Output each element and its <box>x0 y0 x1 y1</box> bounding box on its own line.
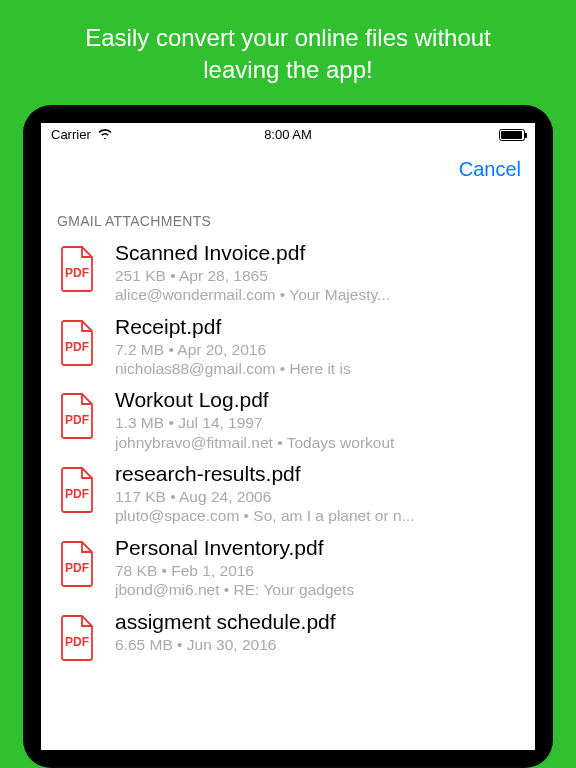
svg-text:PDF: PDF <box>65 340 89 354</box>
pdf-icon: PDF <box>55 610 101 662</box>
attachment-list: PDFScanned Invoice.pdf251 KB • Apr 28, 1… <box>41 235 535 750</box>
attachment-meta: 6.65 MB • Jun 30, 2016 <box>115 635 521 654</box>
pdf-icon: PDF <box>55 315 101 367</box>
svg-text:PDF: PDF <box>65 561 89 575</box>
list-item[interactable]: PDFScanned Invoice.pdf251 KB • Apr 28, 1… <box>41 235 535 309</box>
nav-bar: Cancel <box>41 147 535 193</box>
list-item[interactable]: PDFPersonal Inventory.pdf78 KB • Feb 1, … <box>41 530 535 604</box>
attachment-meta: 1.3 MB • Jul 14, 1997 <box>115 413 521 432</box>
status-bar: Carrier 8:00 AM <box>41 123 535 147</box>
attachment-title: Personal Inventory.pdf <box>115 536 521 560</box>
status-time: 8:00 AM <box>41 127 535 142</box>
attachment-title: Receipt.pdf <box>115 315 521 339</box>
list-item[interactable]: PDFWorkout Log.pdf1.3 MB • Jul 14, 1997j… <box>41 382 535 456</box>
svg-text:PDF: PDF <box>65 266 89 280</box>
device-screen: Carrier 8:00 AM Cancel GMAIL ATTACHMENTS… <box>41 123 535 750</box>
attachment-source: nicholas88@gmail.com • Here it is <box>115 359 521 378</box>
list-item[interactable]: PDFReceipt.pdf7.2 MB • Apr 20, 2016nicho… <box>41 309 535 383</box>
list-item[interactable]: PDFassigment schedule.pdf6.65 MB • Jun 3… <box>41 604 535 666</box>
pdf-icon: PDF <box>55 462 101 514</box>
battery-icon <box>499 129 525 141</box>
attachment-meta: 117 KB • Aug 24, 2006 <box>115 487 521 506</box>
attachment-title: Scanned Invoice.pdf <box>115 241 521 265</box>
list-item[interactable]: PDFresearch-results.pdf117 KB • Aug 24, … <box>41 456 535 530</box>
attachment-title: Workout Log.pdf <box>115 388 521 412</box>
svg-text:PDF: PDF <box>65 413 89 427</box>
svg-text:PDF: PDF <box>65 635 89 649</box>
attachment-title: assigment schedule.pdf <box>115 610 521 634</box>
attachment-source: johnybravo@fitmail.net • Todays workout <box>115 433 521 452</box>
attachment-meta: 78 KB • Feb 1, 2016 <box>115 561 521 580</box>
cancel-button[interactable]: Cancel <box>459 158 521 181</box>
pdf-icon: PDF <box>55 388 101 440</box>
device-frame: Carrier 8:00 AM Cancel GMAIL ATTACHMENTS… <box>23 105 553 768</box>
promo-headline: Easily convert your online files without… <box>45 0 531 105</box>
attachment-meta: 7.2 MB • Apr 20, 2016 <box>115 340 521 359</box>
attachment-source: pluto@space.com • So, am I a planet or n… <box>115 506 521 525</box>
attachment-source: jbond@mi6.net • RE: Your gadgets <box>115 580 521 599</box>
pdf-icon: PDF <box>55 536 101 588</box>
svg-text:PDF: PDF <box>65 487 89 501</box>
attachment-source: alice@wondermail.com • Your Majesty... <box>115 285 521 304</box>
pdf-icon: PDF <box>55 241 101 293</box>
attachment-title: research-results.pdf <box>115 462 521 486</box>
section-header: GMAIL ATTACHMENTS <box>41 193 535 235</box>
attachment-meta: 251 KB • Apr 28, 1865 <box>115 266 521 285</box>
